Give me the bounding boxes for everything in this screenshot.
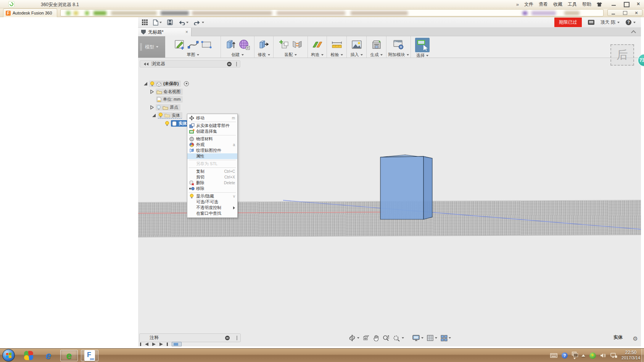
network-tray-icon[interactable] [610, 353, 617, 358]
timeline-end-icon[interactable] [167, 343, 168, 346]
taskbar-360-safe-icon[interactable] [20, 350, 37, 361]
activate-component-icon[interactable] [184, 81, 189, 86]
collapse-panel-icon[interactable] [143, 63, 148, 66]
menu-file[interactable]: 文件 [524, 1, 533, 8]
make-3dprint-icon[interactable] [371, 39, 382, 50]
ribbon-group-construct-label[interactable]: 构造 [311, 52, 324, 58]
menu-help[interactable]: 帮助 [582, 1, 591, 8]
display-settings-caret-icon[interactable] [421, 337, 423, 339]
help-menu[interactable]: ? [626, 19, 636, 25]
select-tool-active[interactable] [415, 38, 430, 52]
ribbon-group-sketch-label[interactable]: 草图 [187, 52, 199, 58]
viewport-3d[interactable]: 浏览器 (未保存) 命名视图 [138, 58, 641, 346]
measure-icon[interactable] [331, 39, 343, 50]
taskbar-clock[interactable]: 22:50 2017/3/14 [621, 350, 640, 360]
tree-row-root[interactable]: (未保存) [143, 80, 189, 87]
tree-row-bodies[interactable]: 实体 [152, 112, 182, 119]
menu-item-find-in-window[interactable]: 在窗口中查找 [187, 211, 237, 216]
document-tab[interactable]: 无标题* × [138, 28, 192, 36]
feedback-chat-icon[interactable] [588, 20, 594, 25]
redo-button[interactable] [194, 20, 204, 25]
plugin-maximize-button[interactable] [623, 11, 627, 15]
form-icon[interactable] [238, 39, 250, 50]
press-pull-icon[interactable] [258, 39, 270, 50]
zoom-window-caret-icon[interactable] [402, 337, 404, 339]
ribbon-group-make-label[interactable]: 生成 [370, 52, 383, 58]
menu-item-delete[interactable]: 删除 Delete [187, 180, 237, 186]
insert-image-icon[interactable] [351, 39, 362, 50]
menu-item-texture-map[interactable]: 纹理贴图控件 [187, 148, 237, 153]
ribbon-group-addins-label[interactable]: 附加模块 [388, 52, 409, 58]
input-method-tray-icon[interactable]: ? [562, 352, 568, 359]
menu-item-save-as-stl[interactable]: 另存为 STL [187, 161, 237, 167]
tree-row-units[interactable]: 单位: mm [156, 96, 183, 103]
menu-item-show-hide[interactable]: 显示/隐藏 v [187, 193, 237, 199]
plugin-close-button[interactable]: × [634, 11, 639, 15]
browser-logo-icon[interactable] [8, 1, 14, 7]
browser-tab[interactable]: F Autodesk Fusion 360 [3, 8, 57, 17]
collapsed-arrow-icon[interactable] [150, 105, 154, 109]
timeline-controls[interactable] [140, 343, 182, 346]
window-close-button[interactable]: × [636, 2, 641, 6]
bulb-on-icon[interactable] [165, 121, 169, 126]
window-restore-button[interactable] [623, 2, 629, 6]
timeline-next-icon[interactable] [159, 343, 163, 346]
skin-icon[interactable] [597, 2, 602, 6]
document-tab-close-icon[interactable]: × [185, 30, 188, 34]
expanded-arrow-icon[interactable] [143, 82, 148, 86]
show-desktop-button[interactable] [641, 349, 644, 362]
volume-tray-icon[interactable] [600, 353, 606, 358]
pan-button[interactable] [373, 335, 379, 341]
look-at-button[interactable] [363, 335, 370, 341]
plugin-minimize-button[interactable] [611, 11, 616, 15]
window-minimize-button[interactable] [611, 2, 617, 6]
panel-resize-handle[interactable] [236, 62, 237, 66]
start-button[interactable] [2, 349, 15, 362]
grid-caret-icon[interactable] [435, 337, 437, 339]
menu-item-remove[interactable]: 移除 [187, 186, 237, 191]
user-menu[interactable]: 顶天 陈 [601, 19, 620, 26]
show-hidden-icons-button[interactable] [581, 354, 585, 357]
expanded-arrow-icon[interactable] [152, 113, 156, 117]
menu-item-appearance[interactable]: 外观 a [187, 142, 237, 148]
taskbar-fusion-button[interactable]: F360 [81, 350, 98, 361]
ribbon-group-create-label[interactable]: 创建 [232, 52, 244, 58]
menu-item-opacity-control[interactable]: 不透明度控制 [187, 205, 237, 211]
orbit-button[interactable] [348, 335, 359, 341]
bulb-on-icon[interactable] [150, 81, 155, 87]
comments-resize-handle[interactable] [237, 336, 237, 340]
save-button[interactable] [167, 19, 173, 25]
app-grid-icon[interactable] [142, 19, 148, 25]
timeline-marker[interactable] [172, 342, 182, 346]
orbit-caret-icon[interactable] [357, 337, 359, 339]
360-tray-icon[interactable] [589, 352, 596, 359]
ribbon-group-insert-label[interactable]: 插入 [351, 52, 363, 58]
extrude-icon[interactable] [225, 39, 237, 50]
menu-item-copy[interactable]: 复制 Ctrl+C [187, 169, 237, 174]
taskbar-360-browser-button[interactable]: e [60, 350, 78, 361]
browser-panel-header[interactable]: 浏览器 [140, 60, 240, 68]
grid-snap-button[interactable] [427, 335, 437, 341]
construct-plane-icon[interactable] [312, 39, 323, 50]
tree-row-origin[interactable]: 原点 [150, 104, 180, 111]
menu-item-create-components[interactable]: 从实体创建零部件 [187, 123, 237, 129]
menu-item-cut[interactable]: 剪切 Ctrl+X [187, 174, 237, 180]
collapsed-arrow-icon[interactable] [150, 90, 154, 94]
window-switch-tray-icon[interactable] [572, 352, 577, 359]
menu-item-move[interactable]: 移动 m [187, 115, 237, 121]
body1-box[interactable] [380, 155, 432, 219]
viewports-button[interactable] [441, 335, 451, 341]
comments-bar[interactable]: 注释 [139, 333, 241, 342]
undo-button[interactable] [178, 20, 188, 25]
menu-tools[interactable]: 工具 [568, 1, 577, 8]
joint-icon[interactable] [291, 39, 303, 50]
timeline-prev-icon[interactable] [145, 343, 148, 346]
timeline-begin-icon[interactable] [140, 343, 141, 346]
address-bar[interactable] [60, 9, 604, 16]
file-menu-button[interactable] [153, 19, 162, 26]
bulb-on-icon[interactable] [158, 113, 163, 118]
viewports-caret-icon[interactable] [449, 337, 451, 339]
tree-row-named-views[interactable]: 命名视图 [150, 88, 183, 95]
menu-item-create-selection-set[interactable]: 创建选择集 [187, 129, 237, 134]
zoom-window-button[interactable] [393, 335, 404, 341]
